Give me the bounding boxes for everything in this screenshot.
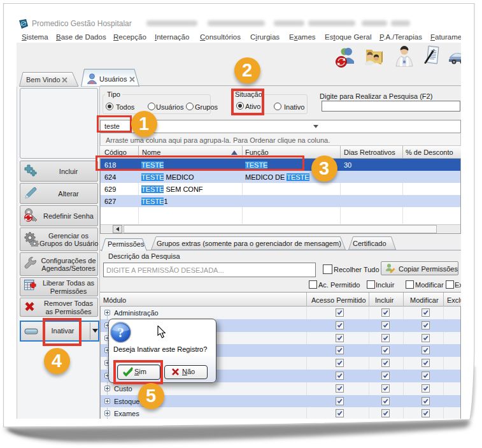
svg-text:?: ? [117,325,124,340]
